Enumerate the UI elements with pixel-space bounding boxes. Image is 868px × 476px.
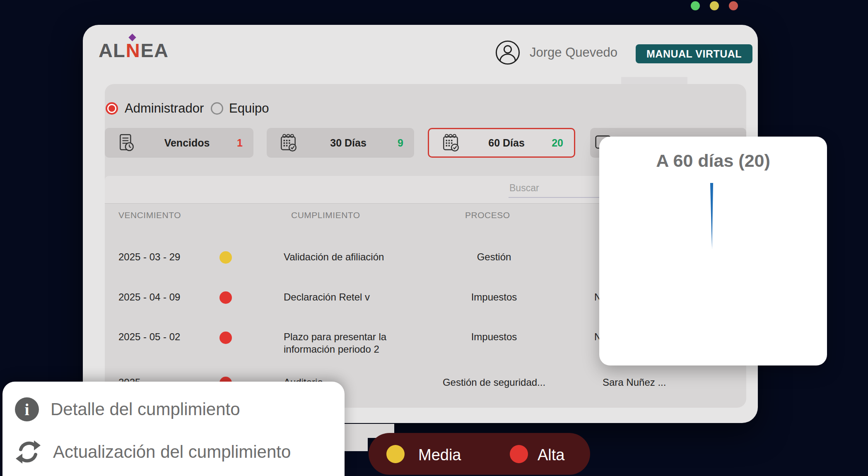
menu-item-label: Actualización del cumplimiento [53, 442, 291, 462]
severity-dot-alta [219, 332, 232, 344]
radio-administrador-label: Administrador [125, 102, 204, 115]
cell-proceso: Gestión [432, 251, 556, 263]
cell-cumplimiento: Validación de afiliación [284, 251, 402, 263]
col-header-vencimiento: VENCIMIENTO [118, 210, 181, 220]
menu-item-detalle[interactable]: i Detalle del cumplimiento [15, 397, 240, 421]
refresh-icon [15, 439, 41, 465]
alinea-logo: ALNEA [99, 39, 169, 62]
logo-accent-n: N [126, 39, 140, 62]
tab-30-dias-count: 9 [398, 137, 403, 149]
cell-proceso: Impuestos [432, 331, 556, 343]
chart-title: A 60 días (20) [599, 151, 827, 171]
logo-part: EA [141, 39, 169, 62]
menu-item-label: Detalle del cumplimiento [51, 399, 240, 419]
window-controls [691, 1, 738, 10]
cell-date: 2025 - 04 - 09 [118, 291, 180, 303]
alta-dot-icon [510, 445, 528, 463]
info-icon: i [15, 397, 39, 421]
radio-administrador[interactable] [106, 102, 118, 115]
cell-cumplimiento: Plazo para presentar la información peri… [284, 331, 393, 356]
chart-card: A 60 días (20) [599, 137, 827, 365]
severity-legend: Media Alta [369, 433, 590, 475]
severity-dot-alta [219, 291, 232, 304]
tab-vencidos[interactable]: Vencidos 1 [105, 128, 253, 158]
menu-item-actualizacion[interactable]: Actualización del cumplimiento [15, 439, 291, 465]
calendar-check-icon [278, 132, 299, 153]
tab-60-dias[interactable]: 60 Días 20 [428, 128, 575, 158]
col-header-proceso: PROCESO [465, 210, 510, 220]
manual-virtual-button[interactable]: MANUAL VIRTUAL [636, 44, 752, 63]
radio-equipo-label: Equipo [229, 102, 269, 115]
cell-proceso: Gestión de seguridad... [432, 376, 556, 389]
user-name: Jorge Quevedo [530, 45, 617, 60]
col-header-cumplimiento: CUMPLIMIENTO [291, 210, 360, 220]
logo-part: AL [99, 39, 125, 62]
pie-needle [710, 183, 714, 249]
context-menu: i Detalle del cumplimiento Actualización… [2, 382, 345, 476]
cell-responsable: Sara Nuñez ... [603, 376, 666, 389]
legend-alta-label: Alta [538, 446, 564, 464]
legend-media-label: Media [418, 446, 461, 464]
severity-dot-media [219, 251, 232, 264]
calendar-check-icon [441, 132, 461, 153]
yellow-light-icon[interactable] [710, 1, 719, 10]
cell-date: 2025 - 03 - 29 [118, 251, 180, 263]
green-light-icon[interactable] [691, 1, 700, 10]
cell-date: 2025 - 05 - 02 [118, 331, 180, 343]
media-dot-icon [386, 445, 405, 463]
cell-cumplimiento: Declaración Retel v [284, 291, 402, 303]
cell-proceso: Impuestos [432, 291, 556, 303]
tab-vencidos-label: Vencidos [137, 137, 237, 149]
user-area: Jorge Quevedo [495, 40, 617, 65]
tab-30-dias[interactable]: 30 Días 9 [267, 128, 414, 158]
tab-60-dias-label: 60 Días [461, 137, 552, 149]
tab-30-dias-label: 30 Días [299, 137, 398, 149]
radio-equipo[interactable] [211, 102, 223, 115]
scroll-clock-icon [116, 132, 137, 153]
screen: ALNEA Jorge Quevedo MANUAL VIRTUAL Admin… [0, 0, 868, 476]
tab-60-dias-count: 20 [552, 137, 563, 149]
red-light-icon[interactable] [729, 1, 738, 10]
avatar-icon[interactable] [495, 40, 521, 65]
tab-vencidos-count: 1 [237, 137, 243, 149]
